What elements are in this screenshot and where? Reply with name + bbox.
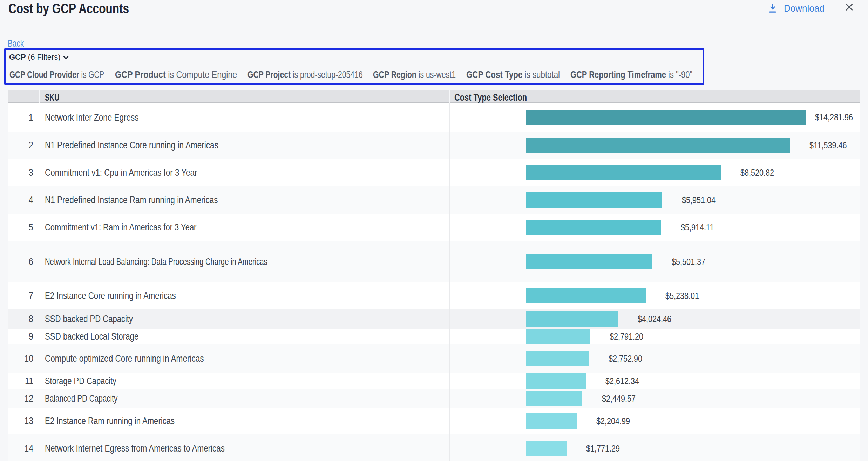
filter-name: GCP Region — [373, 69, 416, 80]
download-icon — [769, 4, 776, 13]
cost-bar[interactable] — [526, 254, 652, 269]
row-rank-cell: 3 — [8, 159, 39, 186]
filter-list: GCP Cloud Provider is GCPGCP Product is … — [6, 50, 703, 83]
row-sku: Commitment v1: Cpu in Americas for 3 Yea… — [45, 167, 197, 178]
table-row[interactable]: 3Commitment v1: Cpu in Americas for 3 Ye… — [8, 159, 860, 186]
row-bar-cell: $14,281.96 — [450, 103, 860, 132]
cost-bar[interactable] — [526, 373, 586, 389]
cost-value-label: $2,791.20 — [610, 331, 643, 342]
row-rank: 1 — [29, 112, 33, 123]
row-sku-cell: Network Inter Zone Egress — [39, 103, 450, 132]
table-row[interactable]: 7E2 Instance Core running in Americas$5,… — [8, 282, 860, 309]
row-rank-cell: 9 — [8, 329, 39, 344]
cost-bar[interactable] — [526, 391, 582, 406]
table-row[interactable]: 10Compute optimized Core running in Amer… — [8, 344, 860, 373]
filter-item: GCP Project is prod-setup-205416 — [247, 70, 363, 80]
table-row[interactable]: 11Storage PD Capacity$2,612.34 — [8, 373, 860, 389]
filter-name: GCP Cloud Provider — [9, 69, 79, 80]
row-sku-cell: Commitment v1: Ram in Americas for 3 Yea… — [39, 214, 450, 241]
row-bar-cell: $2,612.34 — [450, 373, 860, 389]
row-rank: 3 — [29, 167, 33, 178]
row-sku-cell: N1 Predefined Instance Ram running in Am… — [39, 186, 450, 214]
download-button[interactable]: Download — [769, 4, 828, 13]
cost-value-label: $1,771.29 — [586, 443, 620, 454]
row-sku: Network Internet Egress from Americas to… — [45, 443, 225, 454]
cost-bar[interactable] — [526, 288, 646, 303]
cost-bar[interactable] — [526, 192, 662, 208]
table-row[interactable]: 4N1 Predefined Instance Ram running in A… — [8, 186, 860, 214]
cost-bar[interactable] — [526, 220, 661, 235]
row-sku: SSD backed PD Capacity — [45, 313, 133, 325]
table-row[interactable]: 14Network Internet Egress from Americas … — [8, 434, 860, 461]
row-bar-cell: $5,238.01 — [450, 282, 860, 309]
row-rank-cell: 10 — [8, 344, 39, 373]
row-sku: E2 Instance Ram running in Americas — [45, 415, 175, 427]
row-rank-cell: 13 — [8, 408, 39, 434]
row-rank-cell: 12 — [8, 389, 39, 408]
row-sku: Balanced PD Capacity — [45, 393, 117, 404]
cost-value-label: $5,914.11 — [681, 222, 714, 233]
filter-item: GCP Product is Compute Engine — [115, 70, 237, 80]
row-rank-cell: 14 — [8, 434, 39, 461]
back-link[interactable]: Back — [8, 39, 24, 48]
row-rank-cell: 11 — [8, 373, 39, 389]
row-sku-cell: E2 Instance Core running in Americas — [39, 282, 450, 309]
row-rank: 12 — [24, 393, 33, 404]
cost-value-label: $5,501.37 — [672, 256, 705, 267]
close-button[interactable] — [845, 2, 854, 11]
table-row[interactable]: 2N1 Predefined Instance Core running in … — [8, 132, 860, 159]
filter-condition: is "-90" — [668, 69, 692, 80]
column-header-rank — [8, 90, 39, 103]
row-rank-cell: 5 — [8, 214, 39, 241]
cost-bar[interactable] — [526, 138, 790, 153]
row-rank: 14 — [24, 443, 33, 454]
table-row[interactable]: 1Network Inter Zone Egress$14,281.96 — [8, 103, 860, 132]
column-header-cost-type[interactable]: Cost Type Selection — [450, 90, 860, 103]
cost-bar[interactable] — [526, 329, 590, 344]
cost-bar[interactable] — [526, 165, 721, 180]
row-rank-cell: 2 — [8, 132, 39, 159]
table-row[interactable]: 13E2 Instance Ram running in Americas$2,… — [8, 408, 860, 434]
row-sku-cell: Compute optimized Core running in Americ… — [39, 344, 450, 373]
cost-bar[interactable] — [526, 311, 618, 327]
table-row[interactable]: 5Commitment v1: Ram in Americas for 3 Ye… — [8, 214, 860, 241]
row-rank-cell: 6 — [8, 241, 39, 282]
cost-bar[interactable] — [526, 351, 589, 366]
row-sku-cell: Network Internet Egress from Americas to… — [39, 434, 450, 461]
column-header-cost-type-label: Cost Type Selection — [454, 92, 527, 103]
table-row[interactable]: 12Balanced PD Capacity$2,449.57 — [8, 389, 860, 408]
cost-value-label: $5,238.01 — [665, 290, 699, 301]
table-row[interactable]: 8SSD backed PD Capacity$4,024.46 — [8, 309, 860, 329]
table-row[interactable]: 9SSD backed Local Storage$2,791.20 — [8, 329, 860, 344]
row-rank: 5 — [29, 222, 33, 233]
column-header-sku-label: SKU — [45, 92, 59, 103]
row-sku-cell: Storage PD Capacity — [39, 373, 450, 389]
cost-value-label: $14,281.96 — [815, 112, 853, 123]
cost-bar[interactable] — [526, 110, 806, 125]
filter-item: GCP Cost Type is subtotal — [466, 70, 560, 80]
cost-value-label: $2,612.34 — [605, 376, 639, 387]
row-sku: Compute optimized Core running in Americ… — [45, 353, 204, 364]
cost-bar[interactable] — [526, 413, 577, 429]
cost-value-label: $8,520.82 — [740, 167, 774, 178]
row-sku: E2 Instance Core running in Americas — [45, 290, 176, 301]
row-rank-cell: 1 — [8, 103, 39, 132]
row-sku-cell: Network Internal Load Balancing: Data Pr… — [39, 241, 450, 282]
row-sku: N1 Predefined Instance Ram running in Am… — [45, 194, 218, 206]
filter-name: GCP Reporting Timeframe — [570, 69, 666, 80]
filter-item: GCP Region is us-west1 — [373, 70, 456, 80]
table-row[interactable]: 6Network Internal Load Balancing: Data P… — [8, 241, 860, 282]
row-rank: 4 — [29, 194, 33, 206]
column-header-sku[interactable]: SKU — [40, 90, 449, 103]
row-bar-cell: $2,791.20 — [450, 329, 860, 344]
cost-value-label: $11,539.46 — [809, 140, 847, 151]
filter-item: GCP Cloud Provider is GCP — [9, 70, 104, 80]
row-rank: 11 — [25, 375, 33, 387]
row-bar-cell: $2,449.57 — [450, 389, 860, 408]
filter-name: GCP Project — [247, 69, 291, 80]
cost-bar[interactable] — [526, 441, 567, 456]
cost-value-label: $2,449.57 — [602, 393, 636, 404]
row-sku-cell: SSD backed Local Storage — [39, 329, 450, 344]
row-sku-cell: Commitment v1: Cpu in Americas for 3 Yea… — [39, 159, 450, 186]
row-sku-cell: SSD backed PD Capacity — [39, 309, 450, 329]
